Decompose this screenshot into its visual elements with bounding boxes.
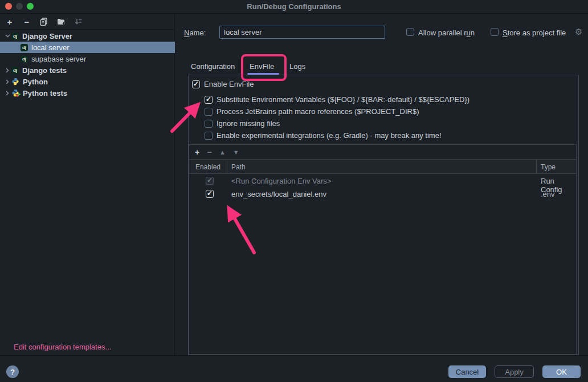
process-path-macro-checkbox[interactable] bbox=[205, 108, 213, 116]
tree-item-label: Python bbox=[23, 78, 48, 86]
process-path-macro-row: Process JetBrains path macro references … bbox=[205, 107, 419, 116]
ignore-missing-files-row: Ignore missing files bbox=[205, 119, 280, 128]
window-title: Run/Debug Configurations bbox=[0, 2, 588, 11]
experimental-integrations-label: Enable experimental integrations (e.g. G… bbox=[217, 131, 442, 140]
row-enabled-checkbox[interactable] bbox=[206, 190, 214, 198]
tree-item-label: Python tests bbox=[23, 89, 67, 97]
env-file-path: <Run Configuration Env Vars> bbox=[231, 177, 331, 185]
titlebar: Run/Debug Configurations bbox=[0, 0, 588, 14]
django-icon: dj bbox=[21, 55, 28, 63]
substitute-env-vars-checkbox[interactable] bbox=[205, 96, 213, 104]
move-down-icon[interactable]: ▼ bbox=[233, 149, 239, 156]
env-file-type: .env bbox=[541, 190, 555, 198]
tree-item-label: Django Server bbox=[22, 32, 72, 40]
enable-envfile-checkbox[interactable] bbox=[192, 80, 200, 88]
tab-envfile[interactable]: EnvFile bbox=[250, 62, 274, 71]
column-divider[interactable] bbox=[227, 160, 227, 174]
tree-item-label: Django tests bbox=[22, 66, 67, 75]
copy-configuration-icon[interactable] bbox=[39, 17, 49, 27]
experimental-integrations-checkbox[interactable] bbox=[205, 132, 213, 140]
store-as-project-file-label: Store as project file bbox=[503, 29, 566, 37]
ok-button[interactable]: OK bbox=[542, 365, 581, 378]
python-icon bbox=[11, 78, 19, 86]
column-divider[interactable] bbox=[536, 160, 537, 174]
column-header-path[interactable]: Path bbox=[231, 163, 246, 171]
remove-configuration-icon[interactable]: − bbox=[22, 17, 32, 27]
configurations-tree: dj Django Server dj local server dj supa… bbox=[0, 30, 175, 99]
tree-item-label: local server bbox=[31, 43, 69, 52]
ignore-missing-files-label: Ignore missing files bbox=[217, 119, 280, 128]
gear-icon[interactable]: ⚙ bbox=[575, 27, 582, 37]
cancel-button[interactable]: Cancel bbox=[448, 365, 486, 378]
column-header-enabled[interactable]: Enabled bbox=[195, 163, 220, 171]
table-header: Enabled Path Type bbox=[189, 160, 576, 174]
django-tests-icon: dj bbox=[11, 67, 19, 74]
add-configuration-icon[interactable]: + bbox=[5, 17, 15, 27]
run-debug-configurations-dialog: Run/Debug Configurations + − dj Django S… bbox=[0, 0, 588, 382]
chevron-down-icon[interactable] bbox=[3, 34, 11, 38]
process-path-macro-label: Process JetBrains path macro references … bbox=[217, 107, 419, 116]
chevron-right-icon[interactable] bbox=[3, 79, 11, 84]
sidebar-toolbar: + − bbox=[0, 14, 174, 30]
env-files-table-toolbar: + − ▲ ▼ bbox=[189, 145, 576, 160]
edit-configuration-templates-link[interactable]: Edit configuration templates... bbox=[14, 343, 111, 351]
python-tests-icon bbox=[11, 89, 19, 97]
tab-configuration[interactable]: Configuration bbox=[191, 62, 235, 71]
apply-button[interactable]: Apply bbox=[495, 365, 534, 378]
substitute-env-vars-label: Substitute Environment Variables (${FOO}… bbox=[217, 95, 469, 104]
store-as-project-file-checkbox[interactable] bbox=[491, 28, 499, 36]
tree-item-supabase-server[interactable]: dj supabase server bbox=[0, 53, 175, 64]
enable-envfile-label: Enable EnvFile bbox=[204, 80, 254, 88]
substitute-env-vars-row: Substitute Environment Variables (${FOO}… bbox=[205, 95, 469, 104]
sort-configurations-icon[interactable] bbox=[73, 17, 83, 27]
tab-logs[interactable]: Logs bbox=[289, 62, 305, 71]
chevron-right-icon[interactable] bbox=[3, 91, 11, 96]
django-icon: dj bbox=[21, 44, 28, 51]
django-icon: dj bbox=[11, 32, 19, 40]
name-label: Name: bbox=[184, 29, 206, 37]
allow-parallel-run-checkbox[interactable] bbox=[406, 28, 414, 36]
help-button[interactable]: ? bbox=[6, 365, 19, 378]
tree-item-local-server[interactable]: dj local server bbox=[0, 42, 175, 53]
column-header-type[interactable]: Type bbox=[541, 163, 556, 171]
tree-item-label: supabase server bbox=[31, 55, 86, 63]
chevron-right-icon[interactable] bbox=[3, 68, 11, 73]
new-folder-icon[interactable] bbox=[56, 17, 66, 27]
dialog-footer: ? Cancel Apply OK bbox=[0, 355, 588, 382]
env-file-path: env_secrets/local_daniel.env bbox=[231, 190, 326, 198]
tree-item-django-server[interactable]: dj Django Server bbox=[0, 30, 175, 42]
table-row[interactable]: env_secrets/local_daniel.env .env bbox=[189, 188, 576, 201]
tree-item-python-tests[interactable]: Python tests bbox=[0, 87, 175, 99]
add-env-file-icon[interactable]: + bbox=[195, 148, 199, 157]
name-input[interactable] bbox=[219, 26, 385, 39]
tree-item-django-tests[interactable]: dj Django tests bbox=[0, 64, 175, 76]
remove-env-file-icon[interactable]: − bbox=[207, 147, 212, 157]
enable-envfile-row: Enable EnvFile bbox=[192, 80, 254, 88]
experimental-integrations-row: Enable experimental integrations (e.g. G… bbox=[205, 131, 442, 140]
row-enabled-checkbox bbox=[206, 177, 214, 185]
tree-item-python[interactable]: Python bbox=[0, 76, 175, 87]
allow-parallel-run-label: Allow parallel run bbox=[418, 29, 475, 37]
table-row[interactable]: <Run Configuration Env Vars> Run Config bbox=[189, 174, 576, 188]
ignore-missing-files-checkbox[interactable] bbox=[205, 120, 213, 128]
env-files-table: + − ▲ ▼ Enabled Path Type <Run Configura… bbox=[189, 144, 577, 355]
configurations-sidebar: + − dj Django Server dj bbox=[0, 14, 175, 355]
move-up-icon[interactable]: ▲ bbox=[219, 149, 226, 156]
